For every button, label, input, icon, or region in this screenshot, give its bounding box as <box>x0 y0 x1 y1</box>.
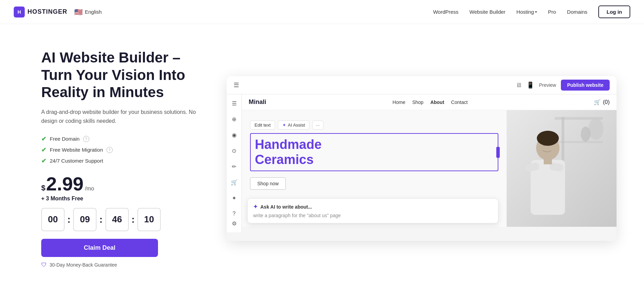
chevron-down-icon: ▾ <box>535 10 537 14</box>
site-hero-image <box>507 110 617 227</box>
ai-star-icon: ✦ <box>282 122 286 128</box>
countdown-frames: 10 <box>137 208 161 231</box>
publish-website-button[interactable]: Publish website <box>561 80 610 91</box>
sidebar-tool-menu[interactable]: ☰ <box>229 98 239 108</box>
builder-menu-icon[interactable]: ☰ <box>234 81 239 89</box>
claim-deal-button[interactable]: Claim Deal <box>41 239 158 257</box>
check-icon-2: ✔ <box>41 146 46 154</box>
nav-item-hosting[interactable]: Hosting ▾ <box>517 9 537 15</box>
guarantee-badge: 🛡 30-Day Money-Back Guarantee <box>41 262 206 268</box>
feature-domain: ✔ Free Domain ? <box>41 135 206 143</box>
feature-support-label: 24/7 Customer Support <box>50 158 103 164</box>
ai-panel-input[interactable]: write a paragraph for the "about us" pag… <box>253 213 493 218</box>
person-image <box>507 110 617 227</box>
svg-rect-4 <box>555 141 603 143</box>
language-selector[interactable]: 🇺🇸 English <box>74 8 102 16</box>
feature-migration: ✔ Free Website Migration ? <box>41 146 206 154</box>
site-nav-about[interactable]: About <box>430 99 444 105</box>
cart-count: (0) <box>603 99 610 105</box>
ai-panel-header: ✦ Ask AI to write about... <box>253 203 493 210</box>
site-nav-links: Home Shop About Contact <box>393 99 468 105</box>
shop-now-button[interactable]: Shop now <box>250 177 286 190</box>
main-nav: WordPress Website Builder Hosting ▾ Pro … <box>433 5 630 18</box>
builder-sidebar: ☰ ⊕ ◉ ⊙ ✏ 🛒 ✦ ? ⚙ <box>227 94 242 232</box>
help-icon-migration[interactable]: ? <box>106 147 113 153</box>
countdown-sep-2: : <box>99 214 102 225</box>
help-icon-domain[interactable]: ? <box>83 136 89 142</box>
login-button[interactable]: Log in <box>598 5 630 18</box>
subtitle: A drag-and-drop website builder for your… <box>41 108 206 125</box>
ai-panel: ✦ Ask AI to write about... write a parag… <box>247 198 498 223</box>
sidebar-tool-extras[interactable]: ✦ <box>229 193 239 203</box>
person-svg <box>507 110 617 227</box>
guarantee-text: 30-Day Money-Back Guarantee <box>49 262 117 268</box>
sidebar-tool-add[interactable]: ⊕ <box>229 114 239 124</box>
sidebar-tool-theme[interactable]: ⊙ <box>229 146 239 155</box>
check-icon-3: ✔ <box>41 157 46 165</box>
price-period: /mo <box>85 186 94 192</box>
preview-button[interactable]: Preview <box>539 82 556 88</box>
language-label: English <box>85 9 102 15</box>
builder-topbar: ☰ 🖥 📱 Preview Publish website <box>227 76 617 94</box>
hero-headline-box[interactable]: HandmadeCeramics <box>250 133 498 171</box>
sidebar-tool-edit[interactable]: ✏ <box>229 162 239 171</box>
svg-point-6 <box>581 127 590 142</box>
site-hero: Edit text ✦ AI Assist ··· HandmadeCerami… <box>242 110 617 227</box>
cart-area[interactable]: 🛒 (0) <box>594 99 610 105</box>
sidebar-tool-layers[interactable]: ◉ <box>229 130 239 140</box>
more-options-button[interactable]: ··· <box>312 120 324 130</box>
mobile-icon[interactable]: 📱 <box>527 81 534 89</box>
edit-text-button[interactable]: Edit text <box>250 120 275 130</box>
nav-item-domains[interactable]: Domains <box>567 9 587 15</box>
feature-domain-label: Free Domain <box>50 136 80 142</box>
countdown-hours: 00 <box>41 208 65 231</box>
site-logo: Minali <box>249 98 266 106</box>
ai-panel-prompt-label: Ask AI to write about... <box>260 204 312 210</box>
site-nav-contact[interactable]: Contact <box>451 99 467 105</box>
shield-icon: 🛡 <box>41 262 47 268</box>
price-dollar: $ <box>41 184 45 192</box>
site-nav-home[interactable]: Home <box>393 99 405 105</box>
main-headline: AI Website Builder – Turn Your Vision In… <box>41 49 206 101</box>
sidebar-bottom: ? ⚙ <box>229 209 239 228</box>
countdown-timer: 00 : 09 : 46 : 10 <box>41 208 206 231</box>
builder-preview: ☰ 🖥 📱 Preview Publish website ☰ ⊕ ◉ ⊙ ✏ … <box>227 76 617 241</box>
resize-handle[interactable] <box>496 147 500 158</box>
logo[interactable]: H HOSTINGER <box>14 7 67 17</box>
svg-point-5 <box>588 118 603 140</box>
check-icon: ✔ <box>41 135 46 143</box>
price-display: $ 2.99 /mo <box>41 174 206 194</box>
nav-item-wordpress[interactable]: WordPress <box>433 9 459 15</box>
sidebar-tool-cart[interactable]: 🛒 <box>229 177 239 187</box>
flag-icon: 🇺🇸 <box>74 8 83 16</box>
countdown-seconds: 46 <box>105 208 129 231</box>
logo-icon: H <box>14 7 25 17</box>
builder-canvas: Minali Home Shop About Contact 🛒 (0) <box>242 94 617 232</box>
months-free: + 3 Months Free <box>41 196 206 202</box>
sidebar-tool-settings[interactable]: ⚙ <box>229 219 239 228</box>
main-content: AI Website Builder – Turn Your Vision In… <box>0 24 644 293</box>
site-nav: Minali Home Shop About Contact 🛒 (0) <box>242 94 617 110</box>
countdown-sep-3: : <box>132 214 135 225</box>
ai-wand-icon: ✦ <box>253 203 258 210</box>
builder-body: ☰ ⊕ ◉ ⊙ ✏ 🛒 ✦ ? ⚙ Minali Home <box>227 94 617 232</box>
cart-icon: 🛒 <box>594 99 601 105</box>
desktop-icon[interactable]: 🖥 <box>516 82 522 89</box>
features-list: ✔ Free Domain ? ✔ Free Website Migration… <box>41 135 206 165</box>
price-main: 2.99 <box>46 174 83 194</box>
site-nav-shop[interactable]: Shop <box>412 99 423 105</box>
feature-support: ✔ 24/7 Customer Support <box>41 157 206 165</box>
builder-topbar-right: 🖥 📱 Preview Publish website <box>516 80 610 91</box>
site-header: H HOSTINGER 🇺🇸 English WordPress Website… <box>0 0 644 24</box>
hero-headline-text: HandmadeCeramics <box>255 137 494 167</box>
nav-item-pro[interactable]: Pro <box>548 9 556 15</box>
nav-item-website-builder[interactable]: Website Builder <box>470 9 506 15</box>
countdown-minutes: 09 <box>73 208 97 231</box>
sidebar-tool-help[interactable]: ? <box>229 209 239 219</box>
logo-text: HOSTINGER <box>27 8 67 15</box>
site-hero-left: Edit text ✦ AI Assist ··· HandmadeCerami… <box>242 110 507 227</box>
ai-assist-button[interactable]: ✦ AI Assist <box>278 120 309 130</box>
left-panel: AI Website Builder – Turn Your Vision In… <box>41 49 206 268</box>
svg-rect-13 <box>544 157 552 164</box>
header-left: H HOSTINGER 🇺🇸 English <box>14 7 102 17</box>
